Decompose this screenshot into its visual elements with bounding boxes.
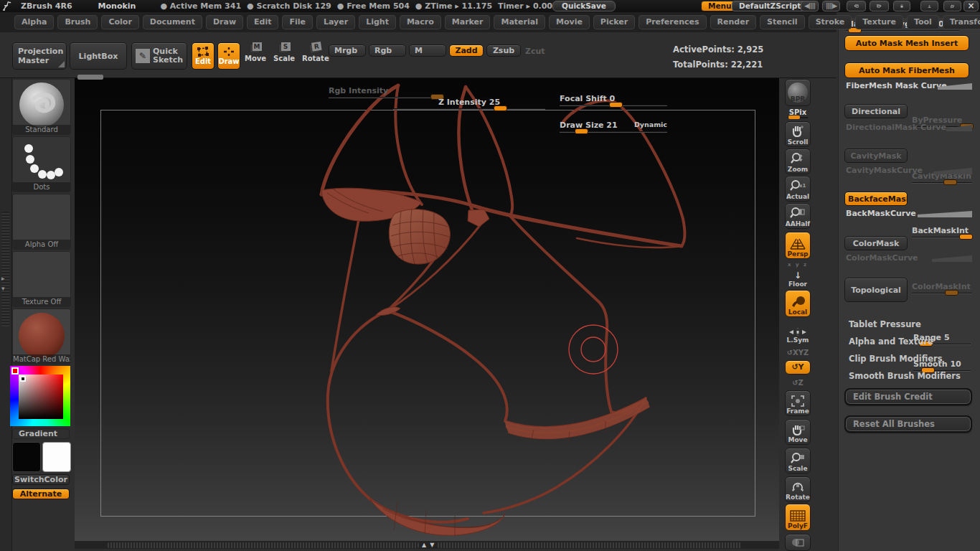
menu-marker[interactable]: Marker xyxy=(445,15,491,29)
current-alpha-button[interactable]: Alpha Off xyxy=(12,194,71,250)
draw-button[interactable]: Draw xyxy=(217,42,240,70)
rotate-y-button[interactable]: ↺Y xyxy=(785,360,811,375)
menu-document[interactable]: Document xyxy=(143,15,202,29)
aahalf-button[interactable]: AAHalf xyxy=(785,203,811,229)
sv-cursor[interactable] xyxy=(20,376,26,382)
lock-icon[interactable] xyxy=(893,1,910,11)
menu-texture[interactable]: Texture xyxy=(855,15,903,29)
strip-rotate-button[interactable]: Rotate xyxy=(785,476,811,502)
canvas-top-scroll-thumb[interactable] xyxy=(77,75,103,80)
color-mask-curve-bar[interactable] xyxy=(932,255,972,262)
menu-movie[interactable]: Movie xyxy=(549,15,590,29)
menu-transform[interactable]: Transform xyxy=(943,15,980,29)
current-texture-button[interactable]: Texture Off xyxy=(12,251,71,307)
menu-stencil[interactable]: Stencil xyxy=(760,15,805,29)
focal-shift-slider[interactable]: Focal Shift 0 xyxy=(560,95,667,106)
color-mask-curve[interactable]: ColorMaskCurve xyxy=(846,253,972,263)
menu-material[interactable]: Material xyxy=(494,15,545,29)
topological-button[interactable]: Topological xyxy=(844,278,908,302)
scale-button[interactable]: S Scale xyxy=(273,42,295,62)
scrollbar-down-icon[interactable]: ▼ xyxy=(430,542,438,548)
color-mask-int-handle[interactable] xyxy=(945,290,958,296)
menu-picker[interactable]: Picker xyxy=(593,15,635,29)
scrollbar-hatch-left[interactable] xyxy=(108,542,419,548)
hue-cursor[interactable] xyxy=(11,367,19,375)
section-clip-brush-modifiers[interactable]: Clip Brush Modifiers xyxy=(849,354,943,364)
section-smooth-brush-modifiers[interactable]: Smooth Brush Modifiers xyxy=(849,371,961,381)
backface-mask-button[interactable]: BackfaceMask xyxy=(844,192,908,206)
draw-size-slider[interactable]: Draw Size 21 Dynamic xyxy=(560,121,667,133)
current-stroke-button[interactable]: Dots xyxy=(12,136,71,192)
menu-draw[interactable]: Draw xyxy=(206,15,243,29)
color-mask-int-slider[interactable]: ColorMaskInt xyxy=(912,283,972,294)
rotate-xyz-button[interactable]: ↺XYZ xyxy=(785,349,811,357)
draw-size-handle[interactable] xyxy=(575,128,588,134)
color-mask-button[interactable]: ColorMask xyxy=(844,236,908,250)
actual-button[interactable]: x1 Actual xyxy=(785,176,811,202)
menu-render[interactable]: Render xyxy=(710,15,757,29)
menu-alpha[interactable]: Alpha xyxy=(14,15,54,29)
back-mask-curve-bar[interactable] xyxy=(918,211,972,217)
persp-button[interactable]: Persp xyxy=(785,232,811,259)
transp-button[interactable] xyxy=(785,534,811,551)
menu-preferences[interactable]: Preferences xyxy=(639,15,706,29)
current-material-button[interactable]: MatCap Red Wax xyxy=(12,309,71,364)
section-tablet-pressure[interactable]: Tablet Pressure xyxy=(849,319,921,329)
current-brush-button[interactable]: Standard xyxy=(12,79,71,135)
lsym-button[interactable]: L.Sym xyxy=(785,323,811,344)
quick-sketch-button[interactable]: ✎ Quick Sketch xyxy=(131,42,187,70)
spix-handle[interactable] xyxy=(788,116,800,119)
strip-move-button[interactable]: Move xyxy=(785,419,811,445)
sculpt-canvas[interactable] xyxy=(75,77,779,542)
scrollbar-up-icon[interactable]: ▲ xyxy=(419,542,430,548)
z-intensity-slider[interactable]: Z Intensity 25 xyxy=(393,98,545,110)
menu-layer[interactable]: Layer xyxy=(316,15,355,29)
edit-brush-credit-button[interactable]: Edit Brush Credit xyxy=(844,388,972,405)
menu-tool[interactable]: Tool xyxy=(907,15,939,29)
z-intensity-handle[interactable] xyxy=(494,105,507,111)
restore-icon[interactable] xyxy=(943,1,961,11)
scroll-button[interactable]: Scroll xyxy=(785,121,811,147)
back-mask-curve[interactable]: BackMaskCurve xyxy=(846,209,972,219)
tray-handle-down-icon[interactable]: ▾ xyxy=(1,286,5,291)
divider-collapse-left-icon[interactable]: ◀|||| xyxy=(801,1,819,11)
menu-stroke[interactable]: Stroke xyxy=(809,15,852,29)
move-button[interactable]: M Move xyxy=(245,42,266,62)
rgb-intensity-slider[interactable]: Rgb Intensity xyxy=(329,87,442,98)
divider-collapse-right-icon[interactable]: ||||▶ xyxy=(822,1,840,11)
back-mask-int-slider[interactable]: BackMaskInt xyxy=(912,227,972,238)
default-zscript-button[interactable]: DefaultZScript xyxy=(732,1,808,11)
dock-left-icon[interactable] xyxy=(847,1,866,11)
switch-color-button[interactable]: SwitchColor xyxy=(12,474,70,485)
projection-master-button[interactable]: Projection Master xyxy=(12,42,67,70)
directional-button[interactable]: Directional xyxy=(844,104,908,118)
focal-shift-handle[interactable] xyxy=(609,102,623,108)
dock-right-icon[interactable] xyxy=(870,1,889,11)
menu-light[interactable]: Light xyxy=(359,15,396,29)
strip-scale-button[interactable]: Scale xyxy=(785,448,811,474)
secondary-color-swatch[interactable] xyxy=(42,442,71,472)
fibermesh-mask-curve[interactable]: FiberMesh Mask Curve xyxy=(846,81,972,91)
alternate-button[interactable]: Alternate xyxy=(12,489,70,499)
menu-macro[interactable]: Macro xyxy=(400,15,441,29)
quicksave-button[interactable]: QuickSave xyxy=(552,1,616,11)
lightbox-button[interactable]: LightBox xyxy=(70,42,127,70)
cavity-mask-curve[interactable]: CavityMaskCurve xyxy=(846,166,972,176)
rgb-button[interactable]: Rgb xyxy=(369,44,406,57)
reset-all-brushes-button[interactable]: Reset All Brushes xyxy=(844,415,972,433)
rotate-z-button[interactable]: ↺Z xyxy=(785,379,811,387)
edit-button[interactable]: Edit xyxy=(192,42,215,70)
local-button[interactable]: Local xyxy=(785,290,811,317)
menu-color[interactable]: Color xyxy=(101,15,138,29)
frame-button[interactable]: Frame xyxy=(785,390,811,416)
zoom-button[interactable]: Zoom xyxy=(785,149,811,174)
canvas-horizontal-scrollbar[interactable]: ▲ ▼ xyxy=(75,541,779,549)
zsub-button[interactable]: Zsub xyxy=(486,44,521,57)
floor-button[interactable]: ↓ Floor xyxy=(785,268,811,288)
color-picker[interactable] xyxy=(10,366,70,426)
cavity-mask-curve-bar[interactable] xyxy=(933,168,972,174)
auto-mask-mesh-insert-button[interactable]: Auto Mask Mesh Insert xyxy=(844,35,969,51)
cavity-mask-button[interactable]: CavityMask xyxy=(844,149,908,163)
scrollbar-hatch-right[interactable] xyxy=(438,542,742,548)
directional-mask-curve-bar[interactable] xyxy=(946,125,972,131)
